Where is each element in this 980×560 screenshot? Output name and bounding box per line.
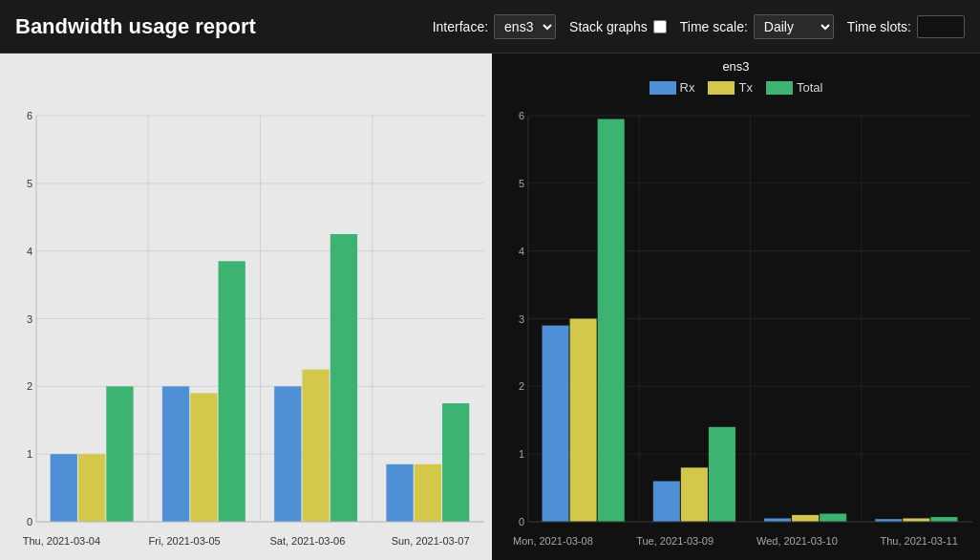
legend-total: Total	[766, 80, 822, 95]
controls: Interface: ens3 Stack graphs Time scale:…	[433, 14, 965, 39]
header: Bandwidth usage report Interface: ens3 S…	[0, 0, 980, 54]
stack-graphs-checkbox[interactable]	[653, 20, 667, 33]
x-label-sun: Sun, 2021-03-07	[369, 531, 492, 560]
chart-right: ens3 Rx Tx Total Mon, 2021-03-08 Tue, 20…	[492, 54, 980, 560]
time-scale-label: Time scale:	[680, 19, 748, 34]
x-labels-right: Mon, 2021-03-08 Tue, 2021-03-09 Wed, 202…	[492, 531, 980, 560]
time-slots-control: Time slots: 8	[847, 15, 965, 38]
legend-tx-label: Tx	[738, 80, 752, 95]
legend-total-box	[766, 81, 793, 95]
legend-rx: Rx	[650, 80, 695, 95]
time-slots-input[interactable]: 8	[917, 15, 965, 38]
stack-graphs-label: Stack graphs	[569, 19, 648, 34]
x-label-tue: Tue, 2021-03-09	[614, 531, 736, 560]
chart-legend: Rx Tx Total	[492, 54, 980, 98]
page-title: Bandwidth usage report	[15, 14, 256, 39]
time-slots-label: Time slots:	[847, 19, 911, 34]
legend-rx-label: Rx	[680, 80, 695, 95]
x-label-thu: Thu, 2021-03-04	[0, 531, 123, 560]
legend-rx-box	[650, 81, 676, 95]
legend-tx-box	[708, 81, 735, 95]
x-label-wed: Wed, 2021-03-10	[736, 531, 859, 560]
interface-control: Interface: ens3	[433, 14, 556, 39]
interface-label: Interface:	[433, 19, 488, 34]
time-scale-select[interactable]: Daily Weekly Monthly	[754, 14, 834, 39]
chart-canvas-right	[492, 106, 980, 531]
x-label-thu2: Thu, 2021-03-11	[858, 531, 980, 560]
x-label-mon: Mon, 2021-03-08	[492, 531, 614, 560]
legend-tx: Tx	[708, 80, 752, 95]
chart-canvas-left	[0, 106, 492, 531]
stack-graphs-control: Stack graphs	[569, 19, 667, 34]
interface-select[interactable]: ens3	[494, 14, 556, 39]
chart-area: Thu, 2021-03-04 Fri, 2021-03-05 Sat, 202…	[0, 54, 980, 560]
x-labels-left: Thu, 2021-03-04 Fri, 2021-03-05 Sat, 202…	[0, 531, 492, 560]
x-label-fri: Fri, 2021-03-05	[123, 531, 246, 560]
legend-total-label: Total	[797, 80, 822, 95]
time-scale-control: Time scale: Daily Weekly Monthly	[680, 14, 834, 39]
chart-left: Thu, 2021-03-04 Fri, 2021-03-05 Sat, 202…	[0, 54, 492, 560]
x-label-sat: Sat, 2021-03-06	[246, 531, 370, 560]
